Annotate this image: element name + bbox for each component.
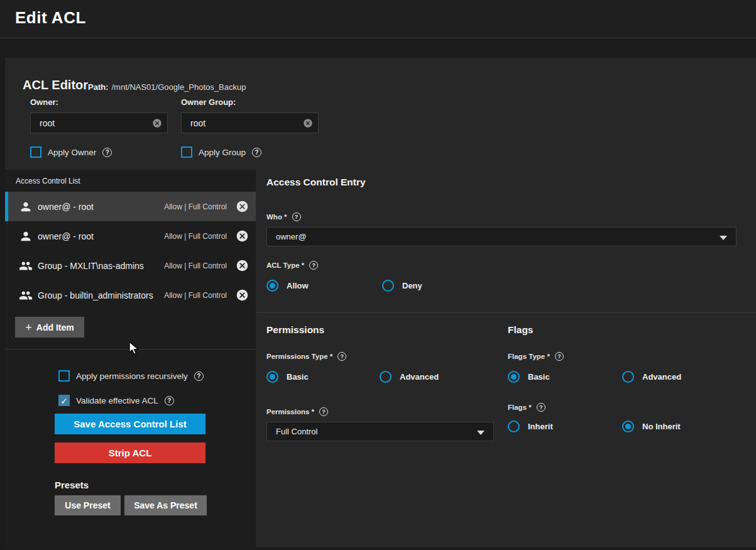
user-icon bbox=[19, 200, 33, 214]
radio-deny[interactable]: Deny bbox=[382, 280, 422, 292]
permissions-label: Permissions * bbox=[266, 408, 314, 415]
apply-group-row: Apply Group ? bbox=[181, 146, 261, 158]
radio-permissions-advanced-label: Advanced bbox=[400, 372, 439, 382]
chevron-down-icon bbox=[477, 431, 485, 435]
apply-owner-help-icon[interactable]: ? bbox=[102, 148, 112, 157]
radio-allow-circle bbox=[266, 280, 278, 292]
save-acl-button[interactable]: Save Access Control List bbox=[55, 414, 205, 434]
clear-owner-icon[interactable] bbox=[152, 118, 162, 128]
radio-flags-basic[interactable]: Basic bbox=[508, 371, 550, 383]
who-select[interactable]: owner@ bbox=[266, 227, 737, 246]
owner-group-label: Owner Group: bbox=[181, 97, 236, 107]
radio-permissions-advanced[interactable]: Advanced bbox=[380, 371, 439, 383]
radio-allow-label: Allow bbox=[287, 281, 309, 290]
flags-label: Flags * bbox=[508, 404, 532, 411]
acl-list-item[interactable]: owner@ - root Allow | Full Control bbox=[5, 221, 256, 251]
radio-deny-label: Deny bbox=[402, 281, 422, 290]
apply-group-checkbox[interactable] bbox=[181, 146, 192, 158]
page-header: Edit ACL bbox=[0, 0, 756, 38]
acl-list-item[interactable]: owner@ - root Allow | Full Control bbox=[5, 192, 256, 221]
radio-inherit[interactable]: Inherit bbox=[508, 421, 553, 432]
flags-label-row: Flags * ? bbox=[508, 403, 545, 412]
radio-flags-basic-circle bbox=[508, 371, 520, 383]
radio-flags-advanced[interactable]: Advanced bbox=[622, 371, 681, 383]
radio-permissions-advanced-circle bbox=[380, 371, 392, 383]
apply-recursively-checkbox[interactable] bbox=[58, 370, 70, 382]
acl-editor-title: ACL Editor bbox=[23, 78, 88, 92]
flags-section-title: Flags bbox=[508, 324, 533, 336]
group-icon bbox=[19, 289, 33, 302]
chevron-down-icon bbox=[720, 236, 727, 240]
validate-acl-checkbox[interactable]: ✓ bbox=[58, 395, 70, 406]
permissions-section-title: Permissions bbox=[266, 324, 324, 336]
acl-item-detail: Allow | Full Control bbox=[164, 202, 227, 211]
validate-acl-help-icon[interactable]: ? bbox=[165, 396, 174, 405]
acl-list-item[interactable]: Group - builtin_administrators Allow | F… bbox=[5, 280, 256, 310]
acl-item-label: owner@ - root bbox=[38, 202, 94, 212]
acl-item-detail: Allow | Full Control bbox=[164, 232, 227, 241]
flags-type-help-icon[interactable]: ? bbox=[555, 352, 564, 361]
apply-recursively-label: Apply permissions recursively bbox=[76, 371, 188, 381]
radio-flags-advanced-circle bbox=[622, 371, 634, 383]
apply-group-help-icon[interactable]: ? bbox=[252, 148, 261, 157]
acl-item-label: Group - builtin_administrators bbox=[38, 290, 153, 300]
apply-recursively-help-icon[interactable]: ? bbox=[194, 371, 204, 381]
radio-flags-basic-label: Basic bbox=[528, 372, 550, 382]
page-title: Edit ACL bbox=[15, 8, 86, 28]
owner-group-input[interactable] bbox=[181, 113, 319, 133]
user-icon bbox=[19, 229, 33, 243]
radio-flags-advanced-label: Advanced bbox=[642, 372, 681, 382]
access-control-list-panel: Access Control List owner@ - root Allow … bbox=[5, 170, 256, 547]
delete-item-icon[interactable] bbox=[236, 229, 249, 243]
acl-item-label: Group - MXLIT\nas-admins bbox=[38, 261, 144, 271]
path-value: /mnt/NAS01/Google_Photos_Backup bbox=[112, 82, 246, 92]
radio-no-inherit-label: No Inherit bbox=[642, 422, 681, 431]
apply-owner-checkbox[interactable] bbox=[30, 146, 41, 158]
presets-title: Presets bbox=[55, 480, 89, 490]
save-as-preset-button[interactable]: Save As Preset bbox=[124, 495, 207, 515]
owner-input[interactable] bbox=[30, 113, 168, 133]
strip-acl-button[interactable]: Strip ACL bbox=[55, 443, 205, 463]
acl-list-item[interactable]: Group - MXLIT\nas-admins Allow | Full Co… bbox=[5, 251, 256, 280]
validate-row: ✓ Validate effective ACL ? bbox=[58, 395, 174, 406]
acl-editor-card: ACL Editor Path:/mnt/NAS01/Google_Photos… bbox=[5, 58, 756, 547]
who-value: owner@ bbox=[276, 232, 307, 241]
acl-type-help-icon[interactable]: ? bbox=[309, 261, 318, 270]
acl-item-detail: Allow | Full Control bbox=[164, 291, 227, 300]
delete-item-icon[interactable] bbox=[236, 289, 249, 302]
acl-type-label: ACL Type * bbox=[266, 261, 304, 269]
flags-type-label-row: Flags Type * ? bbox=[508, 352, 564, 361]
radio-permissions-basic-label: Basic bbox=[287, 372, 309, 382]
radio-permissions-basic[interactable]: Basic bbox=[266, 371, 309, 383]
radio-no-inherit-circle bbox=[622, 421, 634, 432]
clear-owner-group-icon[interactable] bbox=[303, 118, 313, 128]
permissions-type-label: Permissions Type * bbox=[266, 353, 332, 360]
permissions-type-help-icon[interactable]: ? bbox=[337, 352, 346, 361]
who-help-icon[interactable]: ? bbox=[292, 212, 301, 221]
flags-type-label: Flags Type * bbox=[508, 353, 550, 360]
permissions-select[interactable]: Full Control bbox=[266, 422, 494, 441]
plus-icon: + bbox=[25, 322, 32, 333]
recursive-row: Apply permissions recursively ? bbox=[58, 370, 204, 382]
validate-acl-label: Validate effective ACL bbox=[76, 396, 158, 405]
access-control-entry-panel: Access Control Entry Who * ? owner@ ACL … bbox=[256, 170, 756, 547]
access-control-list-title: Access Control List bbox=[16, 177, 80, 185]
radio-allow[interactable]: Allow bbox=[266, 280, 309, 292]
permissions-label-row: Permissions * ? bbox=[266, 407, 328, 416]
radio-permissions-basic-circle bbox=[266, 371, 278, 383]
delete-item-icon[interactable] bbox=[236, 259, 249, 272]
permissions-value: Full Control bbox=[276, 427, 317, 436]
flags-help-icon[interactable]: ? bbox=[537, 403, 545, 412]
delete-item-icon[interactable] bbox=[236, 200, 249, 213]
apply-group-label: Apply Group bbox=[199, 148, 246, 157]
radio-deny-circle bbox=[382, 280, 394, 292]
add-item-button[interactable]: + Add Item bbox=[15, 317, 84, 338]
acl-item-label: owner@ - root bbox=[38, 231, 94, 241]
radio-no-inherit[interactable]: No Inherit bbox=[622, 421, 681, 432]
apply-owner-row: Apply Owner ? bbox=[30, 146, 112, 158]
who-label: Who * bbox=[266, 213, 287, 221]
permissions-help-icon[interactable]: ? bbox=[319, 407, 328, 416]
use-preset-button[interactable]: Use Preset bbox=[55, 495, 121, 515]
path-row: Path:/mnt/NAS01/Google_Photos_Backup bbox=[88, 82, 246, 92]
left-panel-divider bbox=[5, 349, 256, 349]
